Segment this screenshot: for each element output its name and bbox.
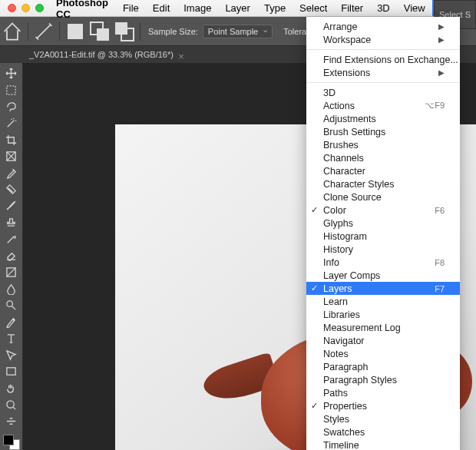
menu-item-brush-settings[interactable]: Brush Settings: [306, 125, 460, 138]
menu-type[interactable]: Type: [257, 0, 293, 16]
menu-item-paragraph[interactable]: Paragraph: [306, 360, 460, 373]
wand-tool-icon[interactable]: [33, 21, 55, 42]
svg-rect-9: [7, 368, 15, 375]
menu-image[interactable]: Image: [177, 0, 218, 16]
menu-item-channels[interactable]: Channels: [306, 151, 460, 164]
tool-blur[interactable]: [2, 281, 21, 296]
menu-item-brushes[interactable]: Brushes: [306, 138, 460, 151]
menu-item-properties[interactable]: ✓Properties: [306, 399, 460, 412]
menu-edit[interactable]: Edit: [146, 0, 177, 16]
tool-hand[interactable]: [2, 381, 21, 396]
minimize-window-button[interactable]: [21, 4, 30, 12]
menu-item-libraries[interactable]: Libraries: [306, 308, 460, 321]
tool-wand[interactable]: [2, 116, 21, 131]
menu-item-extensions[interactable]: Extensions▶: [306, 66, 460, 79]
new-selection-icon[interactable]: [64, 21, 86, 42]
tool-history[interactable]: [2, 232, 21, 247]
tool-brush[interactable]: [2, 199, 21, 214]
tool-frame[interactable]: [2, 149, 21, 164]
tool-rect[interactable]: [2, 364, 21, 379]
color-swatches[interactable]: [3, 435, 20, 450]
app-name[interactable]: Photoshop CC: [51, 0, 116, 20]
svg-rect-0: [68, 24, 83, 39]
tool-pen[interactable]: [2, 314, 21, 329]
document-tab-title: _V2A0011-Edit.tif @ 33.3% (RGB/16*): [29, 50, 174, 59]
tool-editbar[interactable]: [2, 414, 21, 429]
menu-item-actions[interactable]: Actions⌥F9: [306, 99, 460, 112]
tool-zoom[interactable]: [2, 397, 21, 412]
menu-item-workspace[interactable]: Workspace▶: [306, 33, 460, 46]
menu-layer[interactable]: Layer: [218, 0, 257, 16]
svg-point-8: [7, 301, 13, 307]
menu-file[interactable]: File: [116, 0, 146, 16]
sample-size-select[interactable]: Point Sample: [203, 25, 273, 38]
menu-item-notes[interactable]: Notes: [306, 347, 460, 360]
home-icon[interactable]: [2, 21, 23, 42]
close-window-button[interactable]: [8, 4, 16, 12]
tool-type[interactable]: [2, 331, 21, 346]
tool-crop[interactable]: [2, 132, 21, 147]
tool-marquee[interactable]: [2, 83, 21, 98]
zoom-window-button[interactable]: [35, 4, 44, 12]
menu-item-measurement-log[interactable]: Measurement Log: [306, 321, 460, 334]
menu-item-styles[interactable]: Styles: [306, 412, 460, 425]
menu-item-layers[interactable]: ✓LayersF7: [306, 282, 460, 295]
menu-item-layer-comps[interactable]: Layer Comps: [306, 269, 460, 282]
menu-item-clone-source[interactable]: Clone Source: [306, 190, 460, 203]
menu-item-3d[interactable]: 3D: [306, 86, 460, 99]
sample-size-label: Sample Size:: [148, 27, 198, 36]
svg-rect-2: [97, 28, 109, 41]
menu-item-swatches[interactable]: Swatches: [306, 425, 460, 438]
menu-item-adjustments[interactable]: Adjustments: [306, 112, 460, 125]
tool-dodge[interactable]: [2, 298, 21, 313]
menu-item-timeline[interactable]: Timeline: [306, 438, 460, 450]
close-tab-icon[interactable]: ×: [178, 51, 184, 62]
menu-item-glyphs[interactable]: Glyphs: [306, 217, 460, 230]
menu-item-learn[interactable]: Learn: [306, 295, 460, 308]
tool-patch[interactable]: [2, 182, 21, 197]
tool-gradient[interactable]: [2, 265, 21, 280]
menu-select[interactable]: Select: [293, 0, 334, 16]
menu-item-navigator[interactable]: Navigator: [306, 334, 460, 347]
tool-stamp[interactable]: [2, 215, 21, 230]
tool-move[interactable]: [2, 66, 21, 81]
svg-rect-5: [7, 86, 15, 94]
svg-point-10: [7, 400, 14, 407]
mac-menubar: Photoshop CC FileEditImageLayerTypeSelec…: [0, 0, 476, 17]
menu-item-arrange[interactable]: Arrange▶: [306, 20, 460, 33]
subtract-selection-icon[interactable]: [114, 21, 135, 42]
tool-path[interactable]: [2, 348, 21, 363]
add-selection-icon[interactable]: [89, 21, 111, 42]
tool-eyedropper[interactable]: [2, 165, 21, 180]
menu-item-color[interactable]: ✓ColorF6: [306, 203, 460, 217]
traffic-lights: [0, 4, 51, 12]
document-tab[interactable]: × _V2A0011-Edit.tif @ 33.3% (RGB/16*): [23, 50, 186, 59]
menu-item-history[interactable]: History: [306, 243, 460, 256]
menu-filter[interactable]: Filter: [334, 0, 370, 16]
menu-3d[interactable]: 3D: [370, 0, 397, 16]
menu-item-histogram[interactable]: Histogram: [306, 230, 460, 243]
menu-item-character-styles[interactable]: Character Styles: [306, 177, 460, 190]
tools-panel: [0, 63, 23, 450]
menu-item-paragraph-styles[interactable]: Paragraph Styles: [306, 373, 460, 386]
menu-item-paths[interactable]: Paths: [306, 386, 460, 399]
tool-lasso[interactable]: [2, 99, 21, 114]
menu-item-character[interactable]: Character: [306, 164, 460, 177]
menu-view[interactable]: View: [397, 0, 432, 16]
window-menu-dropdown: Arrange▶Workspace▶Find Extensions on Exc…: [306, 17, 460, 450]
menu-item-info[interactable]: InfoF8: [306, 256, 460, 269]
tool-eraser[interactable]: [2, 248, 21, 263]
menu-item-find-extensions-on-exchange-[interactable]: Find Extensions on Exchange...: [306, 53, 460, 66]
